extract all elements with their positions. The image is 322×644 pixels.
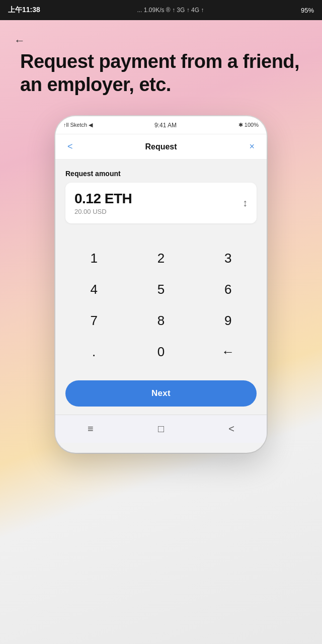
- status-battery: 95%: [301, 7, 314, 14]
- amount-box: 0.12 ETH 20.00 USD ↕: [65, 183, 257, 223]
- phone-status-right: ✱ 100%: [238, 122, 259, 128]
- phone-mockup: ↑ll Sketch ◀ 9:41 AM ✱ 100% < Request × …: [55, 116, 267, 453]
- swap-icon[interactable]: ↕: [243, 197, 248, 209]
- page-back-button[interactable]: ←: [10, 30, 29, 51]
- amount-primary: 0.12 ETH: [74, 191, 132, 207]
- amount-values: 0.12 ETH 20.00 USD: [74, 191, 132, 215]
- phone-body: Request amount 0.12 ETH 20.00 USD ↕: [55, 159, 267, 238]
- key-dot[interactable]: .: [66, 337, 122, 366]
- key-backspace[interactable]: ←: [200, 337, 256, 366]
- nav-back-button[interactable]: <: [224, 419, 238, 439]
- status-time: 上午11:38: [8, 6, 40, 15]
- key-0[interactable]: 0: [133, 337, 189, 366]
- keypad-row-1: 1 2 3: [60, 244, 262, 273]
- phone-bottom-nav: ≡ □ <: [55, 415, 267, 443]
- phone-status-center: 9:41 AM: [154, 122, 177, 129]
- hero-section: Request payment from a friend, an employ…: [0, 20, 322, 106]
- key-5[interactable]: 5: [133, 275, 189, 304]
- phone-status-bar: ↑ll Sketch ◀ 9:41 AM ✱ 100%: [55, 116, 267, 134]
- next-button[interactable]: Next: [65, 380, 257, 407]
- key-8[interactable]: 8: [133, 306, 189, 335]
- phone-container: ↑ll Sketch ◀ 9:41 AM ✱ 100% < Request × …: [0, 106, 322, 453]
- system-status-bar: 上午11:38 ... 1.09K/s ® ↑ 3G ↑ 4G ↑ 95%: [0, 0, 322, 20]
- main-page: ← Request payment from a friend, an empl…: [0, 20, 322, 644]
- amount-label: Request amount: [65, 170, 257, 178]
- phone-close-button[interactable]: ×: [247, 139, 257, 154]
- key-1[interactable]: 1: [66, 244, 122, 273]
- keypad-row-3: 7 8 9: [60, 306, 262, 335]
- phone-status-left: ↑ll Sketch ◀: [63, 122, 93, 128]
- phone-header-title: Request: [145, 142, 177, 151]
- nav-menu-button[interactable]: ≡: [84, 419, 98, 439]
- keypad: 1 2 3 4 5 6 7 8 9 . 0 ←: [55, 238, 267, 373]
- key-2[interactable]: 2: [133, 244, 189, 273]
- phone-back-button[interactable]: <: [65, 139, 75, 154]
- key-3[interactable]: 3: [200, 244, 256, 273]
- amount-secondary: 20.00 USD: [74, 208, 132, 215]
- key-6[interactable]: 6: [200, 275, 256, 304]
- keypad-row-2: 4 5 6: [60, 275, 262, 304]
- status-network: ... 1.09K/s ® ↑ 3G ↑ 4G ↑: [137, 7, 204, 14]
- nav-home-button[interactable]: □: [154, 419, 168, 439]
- keypad-row-4: . 0 ←: [60, 337, 262, 366]
- hero-title: Request payment from a friend, an employ…: [20, 50, 302, 96]
- key-9[interactable]: 9: [200, 306, 256, 335]
- key-4[interactable]: 4: [66, 275, 122, 304]
- key-7[interactable]: 7: [66, 306, 122, 335]
- phone-header: < Request ×: [55, 134, 267, 159]
- next-button-wrap: Next: [55, 373, 267, 415]
